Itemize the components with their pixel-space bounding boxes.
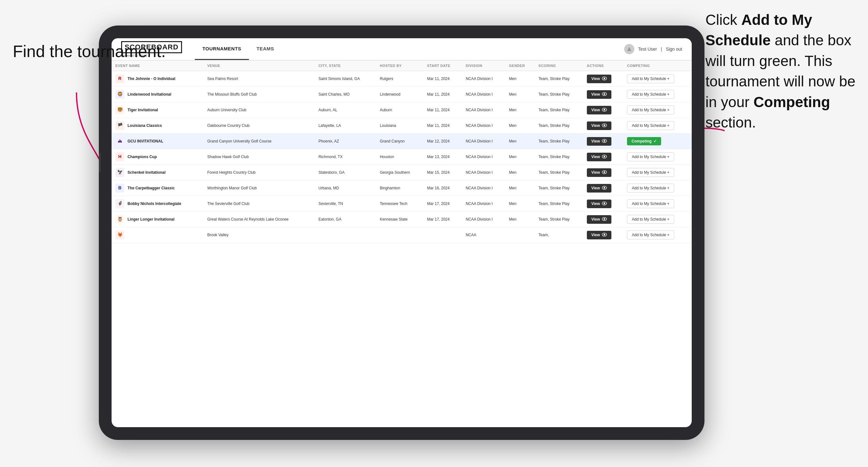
add-schedule-label: Add to My Schedule + — [632, 76, 670, 81]
actions-cell: View — [583, 71, 623, 87]
team-logo: H — [115, 152, 124, 161]
actions-cell: View — [583, 87, 623, 102]
actions-cell: View — [583, 227, 623, 243]
division-cell: NCAA Division I — [462, 87, 505, 102]
event-name: Champions Cup — [127, 154, 157, 160]
scoring-cell: Team, Stroke Play — [534, 196, 583, 212]
view-button[interactable]: View — [587, 153, 611, 161]
competing-cell: Add to My Schedule + — [623, 87, 692, 102]
svg-point-18 — [604, 187, 605, 188]
view-label: View — [591, 186, 600, 190]
gender-cell: Men — [505, 102, 535, 118]
team-logo: ⛰ — [115, 137, 124, 146]
event-name: The Carpetbagger Classic — [127, 186, 175, 191]
table-row: 🏴 Louisiana Classics Oakbourne Country C… — [112, 118, 692, 133]
city-cell — [315, 227, 376, 243]
table-row: B The Carpetbagger Classic Worthington M… — [112, 180, 692, 196]
add-schedule-button[interactable]: Add to My Schedule + — [627, 199, 674, 208]
add-schedule-button[interactable]: Add to My Schedule + — [627, 168, 674, 177]
user-avatar — [624, 44, 634, 54]
event-name: Louisiana Classics — [127, 123, 162, 128]
event-name-cell: 🏴 Louisiana Classics — [112, 118, 204, 133]
venue-cell: Forest Heights Country Club — [204, 165, 315, 180]
view-label: View — [591, 139, 600, 144]
view-button[interactable]: View — [587, 106, 611, 115]
hosted-by-cell: Kennesaw State — [376, 212, 423, 227]
add-schedule-button[interactable]: Add to My Schedule + — [627, 152, 674, 161]
sign-out-link[interactable]: Sign out — [666, 46, 682, 52]
eye-icon — [602, 217, 607, 222]
col-header-competing: COMPETING — [623, 61, 692, 71]
tab-tournaments[interactable]: TOURNAMENTS — [195, 38, 249, 60]
team-logo: 🦉 — [115, 215, 124, 224]
view-button[interactable]: View — [587, 74, 611, 83]
actions-cell: View — [583, 149, 623, 165]
view-button[interactable]: View — [587, 231, 611, 240]
division-cell: NCAA Division I — [462, 180, 505, 196]
division-cell: NCAA Division I — [462, 102, 505, 118]
add-schedule-button[interactable]: Add to My Schedule + — [627, 90, 674, 99]
checkmark-icon: ✓ — [653, 139, 657, 144]
add-schedule-button[interactable]: Add to My Schedule + — [627, 184, 674, 192]
table-row: H Champions Cup Shadow Hawk Golf Club Ri… — [112, 149, 692, 165]
event-name-cell: ⛰ GCU INVITATIONAL — [112, 133, 204, 149]
scoring-cell: Team, Stroke Play — [534, 71, 583, 87]
view-button[interactable]: View — [587, 121, 611, 130]
add-schedule-button[interactable]: Add to My Schedule + — [627, 74, 674, 83]
add-schedule-label: Add to My Schedule + — [632, 217, 670, 222]
event-name: Linger Longer Invitational — [127, 217, 174, 222]
add-schedule-button[interactable]: Add to My Schedule + — [627, 105, 674, 115]
header-right: Test User | Sign out — [624, 44, 682, 54]
event-name-cell: 🦁 Lindenwood Invitational — [112, 87, 204, 102]
hosted-by-cell: Lindenwood — [376, 87, 423, 102]
event-name-cell: 🦅 Schenkel Invitational — [112, 165, 204, 180]
svg-point-10 — [604, 124, 605, 126]
hosted-by-cell: Georgia Southern — [376, 165, 423, 180]
view-button[interactable]: View — [587, 184, 611, 192]
competing-button[interactable]: Competing ✓ — [627, 137, 661, 145]
view-label: View — [591, 108, 600, 112]
eye-icon — [602, 155, 607, 159]
actions-cell: View — [583, 118, 623, 133]
event-name: The Johnnie - O Individual — [127, 76, 175, 82]
gender-cell: Men — [505, 71, 535, 87]
hosted-by-cell: Binghamton — [376, 180, 423, 196]
eye-icon — [602, 139, 607, 144]
table-row: 🦉 Linger Longer Invitational Great Water… — [112, 212, 692, 227]
view-button[interactable]: View — [587, 90, 611, 99]
view-button[interactable]: View — [587, 137, 611, 146]
view-label: View — [591, 123, 600, 128]
competing-cell: Add to My Schedule + — [623, 102, 692, 118]
hosted-by-cell: Auburn — [376, 102, 423, 118]
venue-cell: The Missouri Bluffs Golf Club — [204, 87, 315, 102]
view-button[interactable]: View — [587, 215, 611, 224]
table-row: 🦸 Bobby Nichols Intercollegiate The Sevi… — [112, 196, 692, 212]
division-cell: NCAA Division I — [462, 212, 505, 227]
team-logo: 🦸 — [115, 199, 124, 208]
start-date-cell: Mar 13, 2024 — [423, 149, 462, 165]
add-schedule-button[interactable]: Add to My Schedule + — [627, 121, 674, 130]
svg-point-8 — [604, 109, 605, 110]
venue-cell: Grand Canyon University Golf Course — [204, 133, 315, 149]
event-name-cell: R The Johnnie - O Individual — [112, 71, 204, 87]
team-logo: 🏴 — [115, 121, 124, 130]
city-cell: Sevierville, TN — [315, 196, 376, 212]
add-schedule-button[interactable]: Add to My Schedule + — [627, 215, 674, 224]
nav-tabs: TOURNAMENTS TEAMS — [195, 38, 282, 60]
app-header: SCOREBOARD Powered by clippd TOURNAMENTS… — [112, 38, 692, 61]
view-label: View — [591, 76, 600, 81]
scoring-cell: Team, Stroke Play — [534, 149, 583, 165]
competing-cell: Add to My Schedule + — [623, 227, 692, 243]
city-cell: Eatonton, GA — [315, 212, 376, 227]
view-button[interactable]: View — [587, 199, 611, 208]
col-header-city: CITY, STATE — [315, 61, 376, 71]
division-cell: NCAA Division I — [462, 165, 505, 180]
competing-cell: Add to My Schedule + — [623, 180, 692, 196]
venue-cell: Auburn University Club — [204, 102, 315, 118]
view-label: View — [591, 201, 600, 206]
view-button[interactable]: View — [587, 168, 611, 177]
tab-teams[interactable]: TEAMS — [249, 38, 282, 60]
team-logo: R — [115, 74, 124, 83]
add-schedule-button[interactable]: Add to My Schedule + — [627, 230, 674, 240]
eye-icon — [602, 92, 607, 97]
